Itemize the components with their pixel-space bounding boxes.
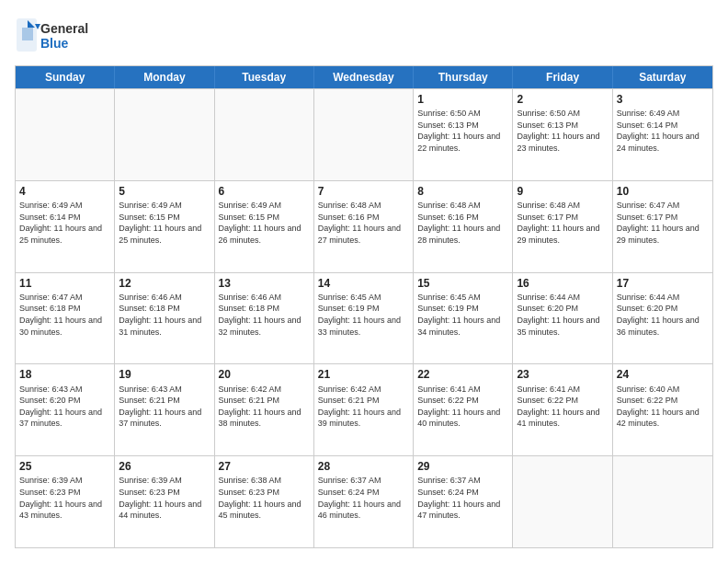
calendar-header-row: SundayMondayTuesdayWednesdayThursdayFrid… [16, 66, 712, 88]
day-info: Sunrise: 6:39 AM Sunset: 6:23 PM Dayligh… [119, 475, 210, 521]
calendar-day-15: 15Sunrise: 6:45 AM Sunset: 6:19 PM Dayli… [414, 273, 513, 364]
calendar-day-17: 17Sunrise: 6:44 AM Sunset: 6:20 PM Dayli… [613, 273, 712, 364]
day-number: 6 [219, 184, 310, 199]
day-number: 18 [19, 367, 110, 382]
day-info: Sunrise: 6:41 AM Sunset: 6:22 PM Dayligh… [417, 384, 508, 430]
day-info: Sunrise: 6:45 AM Sunset: 6:19 PM Dayligh… [417, 292, 508, 338]
day-number: 22 [417, 367, 508, 382]
calendar-day-2: 2Sunrise: 6:50 AM Sunset: 6:13 PM Daylig… [513, 89, 612, 180]
day-info: Sunrise: 6:46 AM Sunset: 6:18 PM Dayligh… [119, 292, 210, 338]
calendar-day-empty [513, 456, 612, 547]
day-number: 3 [617, 92, 709, 107]
day-info: Sunrise: 6:41 AM Sunset: 6:22 PM Dayligh… [517, 384, 608, 430]
day-info: Sunrise: 6:46 AM Sunset: 6:18 PM Dayligh… [219, 292, 310, 338]
svg-marker-3 [22, 28, 33, 40]
day-info: Sunrise: 6:48 AM Sunset: 6:16 PM Dayligh… [318, 200, 409, 246]
day-number: 21 [318, 367, 409, 382]
day-info: Sunrise: 6:39 AM Sunset: 6:23 PM Dayligh… [19, 475, 110, 521]
calendar-day-18: 18Sunrise: 6:43 AM Sunset: 6:20 PM Dayli… [16, 364, 115, 455]
logo-svg: General Blue [15, 15, 97, 56]
day-number: 20 [219, 367, 310, 382]
calendar-day-19: 19Sunrise: 6:43 AM Sunset: 6:21 PM Dayli… [115, 364, 214, 455]
day-info: Sunrise: 6:48 AM Sunset: 6:16 PM Dayligh… [417, 200, 508, 246]
day-number: 25 [19, 459, 110, 474]
day-info: Sunrise: 6:44 AM Sunset: 6:20 PM Dayligh… [517, 292, 608, 338]
day-header-saturday: Saturday [613, 66, 712, 88]
calendar-day-11: 11Sunrise: 6:47 AM Sunset: 6:18 PM Dayli… [16, 273, 115, 364]
day-number: 23 [517, 367, 608, 382]
day-info: Sunrise: 6:47 AM Sunset: 6:17 PM Dayligh… [617, 200, 709, 246]
calendar-row-3: 11Sunrise: 6:47 AM Sunset: 6:18 PM Dayli… [16, 272, 712, 364]
day-info: Sunrise: 6:38 AM Sunset: 6:23 PM Dayligh… [219, 475, 310, 521]
day-number: 29 [417, 459, 508, 474]
day-info: Sunrise: 6:50 AM Sunset: 6:13 PM Dayligh… [417, 108, 508, 154]
day-info: Sunrise: 6:43 AM Sunset: 6:20 PM Dayligh… [19, 384, 110, 430]
calendar-row-4: 18Sunrise: 6:43 AM Sunset: 6:20 PM Dayli… [16, 363, 712, 455]
day-number: 9 [517, 184, 608, 199]
calendar-day-21: 21Sunrise: 6:42 AM Sunset: 6:21 PM Dayli… [314, 364, 414, 455]
day-info: Sunrise: 6:49 AM Sunset: 6:15 PM Dayligh… [119, 200, 210, 246]
day-number: 27 [219, 459, 310, 474]
day-info: Sunrise: 6:49 AM Sunset: 6:14 PM Dayligh… [617, 108, 709, 154]
day-info: Sunrise: 6:42 AM Sunset: 6:21 PM Dayligh… [318, 384, 409, 430]
calendar-day-27: 27Sunrise: 6:38 AM Sunset: 6:23 PM Dayli… [215, 456, 314, 547]
calendar-day-7: 7Sunrise: 6:48 AM Sunset: 6:16 PM Daylig… [314, 181, 414, 272]
day-info: Sunrise: 6:43 AM Sunset: 6:21 PM Dayligh… [119, 384, 210, 430]
calendar-day-24: 24Sunrise: 6:40 AM Sunset: 6:22 PM Dayli… [613, 364, 712, 455]
day-number: 16 [517, 276, 608, 291]
day-header-wednesday: Wednesday [314, 66, 414, 88]
calendar-row-5: 25Sunrise: 6:39 AM Sunset: 6:23 PM Dayli… [16, 455, 712, 547]
day-info: Sunrise: 6:44 AM Sunset: 6:20 PM Dayligh… [617, 292, 709, 338]
calendar-day-14: 14Sunrise: 6:45 AM Sunset: 6:19 PM Dayli… [314, 273, 414, 364]
calendar-day-4: 4Sunrise: 6:49 AM Sunset: 6:14 PM Daylig… [16, 181, 115, 272]
day-number: 15 [417, 276, 508, 291]
calendar-day-empty [314, 89, 414, 180]
day-number: 11 [19, 276, 110, 291]
day-number: 13 [219, 276, 310, 291]
day-info: Sunrise: 6:37 AM Sunset: 6:24 PM Dayligh… [417, 475, 508, 521]
day-header-thursday: Thursday [414, 66, 513, 88]
logo: General Blue [15, 15, 97, 56]
calendar-day-empty [613, 456, 712, 547]
day-number: 24 [617, 367, 709, 382]
page-header: General Blue [15, 15, 713, 56]
calendar-day-12: 12Sunrise: 6:46 AM Sunset: 6:18 PM Dayli… [115, 273, 214, 364]
day-number: 5 [119, 184, 210, 199]
day-info: Sunrise: 6:50 AM Sunset: 6:13 PM Dayligh… [517, 108, 608, 154]
day-info: Sunrise: 6:37 AM Sunset: 6:24 PM Dayligh… [318, 475, 409, 521]
calendar-row-2: 4Sunrise: 6:49 AM Sunset: 6:14 PM Daylig… [16, 180, 712, 272]
day-number: 17 [617, 276, 709, 291]
calendar-day-25: 25Sunrise: 6:39 AM Sunset: 6:23 PM Dayli… [16, 456, 115, 547]
svg-text:Blue: Blue [40, 36, 69, 51]
day-number: 28 [318, 459, 409, 474]
calendar-body: 1Sunrise: 6:50 AM Sunset: 6:13 PM Daylig… [16, 88, 712, 547]
calendar-day-empty [215, 89, 314, 180]
day-info: Sunrise: 6:49 AM Sunset: 6:14 PM Dayligh… [19, 200, 110, 246]
day-number: 12 [119, 276, 210, 291]
svg-text:General: General [40, 21, 88, 36]
day-number: 19 [119, 367, 210, 382]
calendar-row-1: 1Sunrise: 6:50 AM Sunset: 6:13 PM Daylig… [16, 88, 712, 180]
day-number: 7 [318, 184, 409, 199]
day-info: Sunrise: 6:40 AM Sunset: 6:22 PM Dayligh… [617, 384, 709, 430]
day-header-sunday: Sunday [16, 66, 115, 88]
calendar-day-10: 10Sunrise: 6:47 AM Sunset: 6:17 PM Dayli… [613, 181, 712, 272]
calendar-day-8: 8Sunrise: 6:48 AM Sunset: 6:16 PM Daylig… [414, 181, 513, 272]
day-number: 8 [417, 184, 508, 199]
calendar-day-28: 28Sunrise: 6:37 AM Sunset: 6:24 PM Dayli… [314, 456, 414, 547]
calendar-day-22: 22Sunrise: 6:41 AM Sunset: 6:22 PM Dayli… [414, 364, 513, 455]
calendar-day-20: 20Sunrise: 6:42 AM Sunset: 6:21 PM Dayli… [215, 364, 314, 455]
day-header-monday: Monday [115, 66, 214, 88]
calendar-day-26: 26Sunrise: 6:39 AM Sunset: 6:23 PM Dayli… [115, 456, 214, 547]
day-info: Sunrise: 6:48 AM Sunset: 6:17 PM Dayligh… [517, 200, 608, 246]
calendar-day-23: 23Sunrise: 6:41 AM Sunset: 6:22 PM Dayli… [513, 364, 612, 455]
calendar-day-5: 5Sunrise: 6:49 AM Sunset: 6:15 PM Daylig… [115, 181, 214, 272]
day-number: 2 [517, 92, 608, 107]
day-number: 26 [119, 459, 210, 474]
calendar-day-16: 16Sunrise: 6:44 AM Sunset: 6:20 PM Dayli… [513, 273, 612, 364]
calendar-day-3: 3Sunrise: 6:49 AM Sunset: 6:14 PM Daylig… [613, 89, 712, 180]
day-header-tuesday: Tuesday [215, 66, 314, 88]
calendar-day-13: 13Sunrise: 6:46 AM Sunset: 6:18 PM Dayli… [215, 273, 314, 364]
day-info: Sunrise: 6:47 AM Sunset: 6:18 PM Dayligh… [19, 292, 110, 338]
day-info: Sunrise: 6:45 AM Sunset: 6:19 PM Dayligh… [318, 292, 409, 338]
